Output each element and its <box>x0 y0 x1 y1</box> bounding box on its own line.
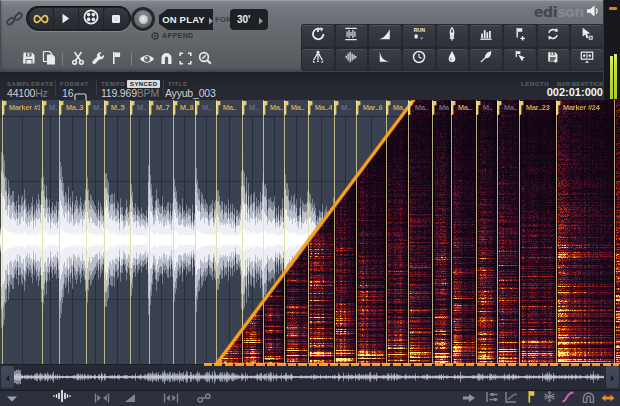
harmonize-tool[interactable] <box>470 49 502 71</box>
smooth-tool[interactable] <box>560 391 576 405</box>
slope-tool[interactable] <box>503 391 519 405</box>
append-mode[interactable]: APPEND <box>151 31 194 39</box>
marker-tag[interactable]: Ma.. <box>497 101 518 116</box>
resample-tool[interactable] <box>538 25 570 47</box>
marker-tag[interactable]: M..7 <box>149 101 172 116</box>
duration-dropdown[interactable]: 30' <box>230 9 268 30</box>
marker-tag[interactable]: Mar..6 <box>356 101 385 116</box>
zoom-button[interactable] <box>198 52 212 67</box>
chain-link-icon[interactable] <box>6 10 24 32</box>
marker-tag[interactable]: Ma.. <box>216 101 240 116</box>
logo-text-secondary: son <box>557 4 584 20</box>
marker-flag-icon <box>284 101 290 116</box>
slice-markers-tool[interactable] <box>504 49 536 71</box>
marker-tag[interactable]: Ma.. <box>263 101 283 116</box>
select-button[interactable] <box>178 52 192 67</box>
stretch-tool[interactable] <box>600 391 616 405</box>
marker-flag-icon <box>356 101 362 116</box>
info-separator <box>55 80 56 95</box>
marker-tag[interactable]: M..8 <box>173 101 193 116</box>
marker-tag[interactable]: M.. <box>86 101 103 116</box>
ramp-tool[interactable] <box>122 391 138 405</box>
fade-out-tool[interactable] <box>369 49 401 71</box>
levels-tool[interactable] <box>484 391 500 405</box>
scroll-right-button[interactable] <box>606 366 619 388</box>
reel-button[interactable] <box>79 8 103 29</box>
marker-tag[interactable]: M.. <box>42 101 58 116</box>
marker-label: M.. <box>137 101 147 115</box>
edit-button[interactable] <box>71 52 85 67</box>
marker-tag[interactable]: M.. <box>130 101 147 116</box>
marker-tag[interactable]: Marker #24 <box>556 101 613 116</box>
edit-sample-tool[interactable] <box>54 391 70 405</box>
snap-button[interactable] <box>159 52 173 67</box>
fit-tool[interactable] <box>571 49 603 71</box>
link-tool[interactable] <box>196 391 212 405</box>
marker-label: Mar..23 <box>526 101 550 115</box>
addmarker-icon <box>513 27 527 45</box>
marker-tag[interactable]: Ma..3 <box>59 101 84 116</box>
save-new-tool[interactable] <box>538 49 570 71</box>
marker-tag[interactable]: M..5 <box>104 101 128 116</box>
marker-tag[interactable]: Ma.. <box>408 101 431 116</box>
synced-badge[interactable]: SYNCED <box>127 80 160 88</box>
scroll-left-button[interactable] <box>1 366 14 388</box>
info-separator <box>163 80 164 95</box>
snap-sel-end[interactable] <box>163 391 179 405</box>
freeze-tool[interactable] <box>541 391 557 405</box>
stats-tool[interactable] <box>470 25 502 47</box>
paste-tool[interactable] <box>571 25 603 47</box>
marker-label: M.. <box>249 101 259 115</box>
format-value[interactable]: 16 <box>62 87 73 99</box>
marker-label: M.. <box>49 101 58 115</box>
time-tool[interactable] <box>403 49 435 71</box>
marker-tag[interactable]: M.. <box>242 101 262 116</box>
run-script-tool[interactable]: RUN <box>403 25 435 47</box>
marker-flag-icon <box>242 101 248 116</box>
menu-dropdown[interactable] <box>4 391 20 405</box>
normalize-tool[interactable] <box>336 25 368 47</box>
position-value: 002:01:000 <box>547 86 603 98</box>
marker-tag[interactable]: Ma.. <box>284 101 306 116</box>
marker-tag[interactable]: Mar..23 <box>519 101 554 116</box>
marker-button[interactable] <box>109 52 123 67</box>
marker-tag[interactable]: Ma.. <box>451 101 475 116</box>
wave-spectrum-display[interactable] <box>0 100 620 364</box>
marker-flag-icon <box>556 101 562 116</box>
marker-tag[interactable]: M.. <box>195 101 214 116</box>
marker-toggle[interactable] <box>523 391 539 405</box>
blur-tool[interactable] <box>437 49 469 71</box>
title-value[interactable]: Ayyub_003 <box>165 87 216 99</box>
meter-bar-right <box>614 54 617 99</box>
on-play-dropdown[interactable]: ON PLAY <box>159 9 213 30</box>
reverse-tool[interactable] <box>302 25 334 47</box>
append-label: APPEND <box>162 32 194 39</box>
add-marker-tool[interactable] <box>504 25 536 47</box>
play-button[interactable] <box>54 8 78 29</box>
snap-sel-start[interactable] <box>94 391 110 405</box>
stop-button[interactable] <box>104 8 128 29</box>
marker-flag-icon <box>59 101 65 116</box>
loop-button[interactable] <box>29 8 53 29</box>
marker-tag[interactable]: M.. <box>334 101 355 116</box>
marker-tag[interactable]: M.. <box>476 101 496 116</box>
sharpen-tool[interactable] <box>437 25 469 47</box>
jump-tool[interactable] <box>461 391 477 405</box>
samplerate-value[interactable]: 44100Hz <box>7 87 48 99</box>
denoise-tool[interactable] <box>302 49 334 71</box>
save-button[interactable] <box>22 52 36 67</box>
fade-in-tool[interactable] <box>369 25 401 47</box>
marker-tag[interactable]: Marker #1 <box>2 101 41 116</box>
overview-waveform[interactable] <box>14 366 604 388</box>
marker-tag[interactable]: Ma..4 <box>308 101 333 116</box>
view-button[interactable] <box>140 52 154 67</box>
marker-tag[interactable]: Ma.. <box>432 101 449 116</box>
toolbar-separator <box>131 53 132 66</box>
logo-text: edison <box>534 5 584 19</box>
tempo-value[interactable]: 119.969BPM <box>101 87 159 99</box>
marker-tag[interactable]: Ma.. <box>386 101 407 116</box>
copy-button[interactable] <box>42 52 56 67</box>
snap-toggle[interactable] <box>580 391 596 405</box>
tools-button[interactable] <box>91 52 105 67</box>
declip-tool[interactable] <box>336 49 368 71</box>
